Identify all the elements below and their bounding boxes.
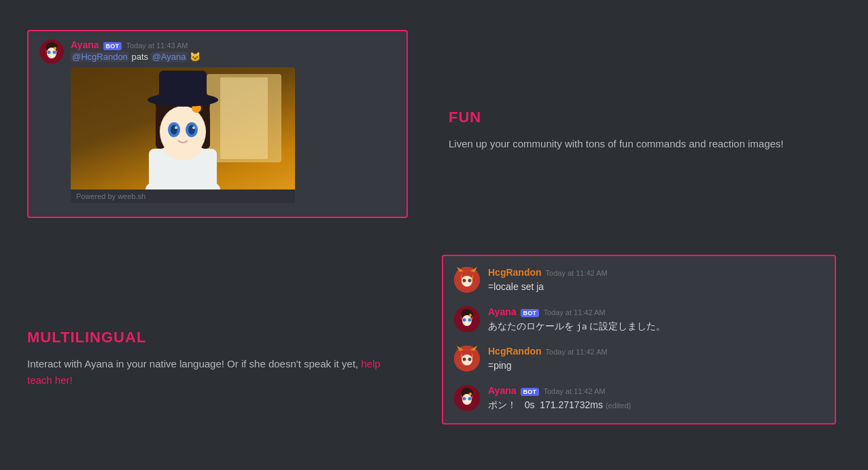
svg-point-43	[469, 314, 472, 317]
pats-word: pats	[131, 52, 150, 62]
svg-point-56	[463, 397, 466, 400]
ayana-username-top: Ayana	[71, 39, 99, 50]
svg-point-49	[468, 357, 472, 361]
cat-emoji: 🐱	[190, 52, 201, 62]
svg-point-57	[468, 397, 472, 400]
svg-point-58	[469, 393, 472, 395]
hcg-username-1: HcgRandon	[488, 267, 542, 278]
ayana-username-2: Ayana	[488, 306, 517, 317]
avatar-ayana-top	[39, 39, 64, 64]
svg-point-34	[468, 278, 472, 282]
multilingual-description: Interact with Ayana in your native langu…	[27, 356, 408, 388]
ping-time-1: 0s	[525, 399, 535, 410]
chat-header-2: Ayana BOT Today at 11:42 AM	[488, 306, 824, 317]
chat-message-2: Ayana BOT Today at 11:42 AM あなたのロケールを ja…	[454, 306, 824, 333]
discord-screenshot-bottom: HcgRandon Today at 11:42 AM =locale set …	[442, 255, 836, 424]
fun-text-area: FUN Liven up your community with tons of…	[435, 0, 868, 248]
timestamp-1: Today at 11:42 AM	[546, 269, 608, 277]
hcg-username-3: HcgRandon	[488, 346, 542, 357]
svg-point-25	[192, 126, 195, 129]
chat-header-3: HcgRandon Today at 11:42 AM	[488, 346, 824, 357]
bot-badge-top: BOT	[103, 42, 122, 50]
ping-time-2: 171.271732ms	[540, 399, 603, 410]
top-msg-header: Ayana BOT Today at 11:43 AM	[71, 39, 396, 50]
timestamp-3: Today at 11:42 AM	[546, 348, 608, 356]
chat-body-1: HcgRandon Today at 11:42 AM =locale set …	[488, 267, 824, 294]
fun-screenshot-area: Ayana BOT Today at 11:43 AM @HcgRandon p…	[0, 0, 435, 248]
chat-text-1: =locale set ja	[488, 280, 824, 294]
chat-header-4: Ayana BOT Today at 11:42 AM	[488, 385, 824, 396]
svg-point-24	[175, 126, 177, 129]
pat-text: @HcgRandon pats @Ayana 🐱	[71, 52, 396, 62]
avatar-ayana-2	[454, 306, 480, 332]
svg-point-41	[463, 318, 466, 321]
svg-rect-28	[159, 71, 207, 103]
chat-message-1: HcgRandon Today at 11:42 AM =locale set …	[454, 267, 824, 294]
top-message-row: Ayana BOT Today at 11:43 AM @HcgRandon p…	[39, 39, 396, 203]
chat-message-3: HcgRandon Today at 11:42 AM =ping	[454, 346, 824, 373]
chat-text-2: あなたのロケールを ja に設定しました。	[488, 319, 824, 333]
chat-message-4: Ayana BOT Today at 11:42 AM ポン！ 0s 171.2…	[454, 385, 824, 412]
svg-point-4	[48, 50, 51, 54]
mention-hcg: @HcgRandon	[71, 52, 129, 62]
chat-text-4: ポン！ 0s 171.271732ms(edited)	[488, 398, 824, 412]
edited-tag: (edited)	[606, 401, 631, 410]
top-timestamp: Today at 11:43 AM	[126, 41, 188, 50]
multilingual-text-area: MULTILINGUAL Interact with Ayana in your…	[0, 248, 435, 471]
avatar-ayana-4	[454, 385, 480, 411]
chat-text-3: =ping	[488, 359, 824, 373]
svg-rect-9	[220, 77, 268, 159]
discord-screenshot-top: Ayana BOT Today at 11:43 AM @HcgRandon p…	[27, 30, 408, 218]
svg-point-33	[463, 278, 466, 282]
chat-body-4: Ayana BOT Today at 11:42 AM ポン！ 0s 171.2…	[488, 385, 824, 412]
svg-point-48	[463, 357, 466, 361]
timestamp-4: Today at 11:42 AM	[543, 387, 605, 395]
fun-description: Liven up your community with tons of fun…	[449, 136, 827, 152]
top-message-content: Ayana BOT Today at 11:43 AM @HcgRandon p…	[71, 39, 396, 203]
ayana-username-4: Ayana	[488, 385, 517, 396]
timestamp-2: Today at 11:42 AM	[543, 308, 605, 317]
svg-point-42	[468, 318, 472, 321]
bot-badge-2: BOT	[521, 309, 540, 317]
avatar-hcg-1	[454, 267, 480, 293]
multilingual-desc-before: Interact with Ayana in your native langu…	[27, 358, 361, 369]
mention-ayana: @Ayana	[151, 52, 188, 62]
chat-body-2: Ayana BOT Today at 11:42 AM あなたのロケールを ja…	[488, 306, 824, 333]
svg-point-6	[54, 47, 56, 50]
avatar-hcg-3	[454, 346, 480, 372]
ja-code-2: ja	[576, 321, 587, 331]
powered-by: Powered by weeb.sh	[71, 189, 295, 203]
bot-badge-4: BOT	[521, 388, 540, 396]
embed-image-container: Powered by weeb.sh	[71, 67, 295, 203]
anime-image	[71, 67, 295, 189]
multilingual-title: MULTILINGUAL	[27, 329, 408, 346]
chat-header-1: HcgRandon Today at 11:42 AM	[488, 267, 824, 278]
svg-point-5	[53, 50, 56, 54]
svg-point-19	[160, 106, 206, 158]
multilingual-screenshot-area: HcgRandon Today at 11:42 AM =locale set …	[435, 248, 868, 471]
chat-body-3: HcgRandon Today at 11:42 AM =ping	[488, 346, 824, 373]
fun-title: FUN	[449, 109, 827, 126]
